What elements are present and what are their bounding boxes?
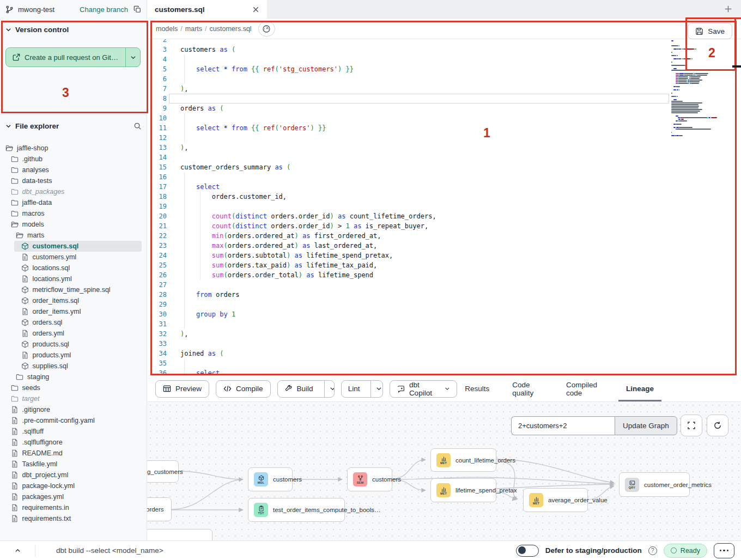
lineage-node-lifetime_spend_pretax[interactable]: METlifetime_spend_pretax <box>430 478 496 502</box>
copy-icon[interactable] <box>133 5 141 13</box>
file-explorer-header[interactable]: File explorer <box>5 122 142 130</box>
code-editor[interactable]: 23customers as (45 select * from {{ ref(… <box>147 39 741 376</box>
ready-status-badge[interactable]: Ready <box>664 544 707 558</box>
code-line-31[interactable]: 31 <box>147 319 741 329</box>
file-item-seeds[interactable]: seeds <box>0 382 147 393</box>
code-line-5[interactable]: 5 select * from {{ ref('stg_customers') … <box>147 64 741 74</box>
code-line-9[interactable]: 9orders as ( <box>147 104 741 113</box>
file-item-data-tests[interactable]: data-tests <box>0 175 147 186</box>
code-line-36[interactable]: 36 select <box>147 368 741 376</box>
version-control-header[interactable]: Version control <box>5 26 69 34</box>
build-dropdown[interactable] <box>324 381 335 397</box>
file-item-staging[interactable]: staging <box>0 372 147 382</box>
close-icon[interactable] <box>252 6 259 13</box>
code-line-26[interactable]: 26 sum(orders.order_total) as lifetime_s… <box>147 270 741 280</box>
new-tab-plus-icon[interactable] <box>724 4 733 14</box>
breadcrumb[interactable]: models / marts / customers.sql <box>156 25 252 33</box>
file-item-metricflow_time_spine.sql[interactable]: metricflow_time_spine.sql <box>0 284 147 295</box>
code-line-8[interactable]: 8 <box>147 94 741 104</box>
file-item-dbt_project.yml[interactable]: dbt_project.yml <box>0 470 147 480</box>
code-line-13[interactable]: 13), <box>147 143 741 153</box>
lineage-node-partial[interactable] <box>147 529 212 540</box>
code-line-15[interactable]: 15customer_orders_summary as ( <box>147 162 741 172</box>
tab-compiled-code[interactable]: Compiled code <box>565 376 604 401</box>
code-line-18[interactable]: 18 orders.customer_id, <box>147 192 741 202</box>
caret-up-icon[interactable] <box>0 547 35 554</box>
file-item-.gitignore[interactable]: .gitignore <box>0 404 147 415</box>
file-item-products.sql[interactable]: products.sql <box>0 339 147 350</box>
code-line-32[interactable]: 32), <box>147 329 741 339</box>
file-item-.github[interactable]: .github <box>0 154 147 165</box>
file-item-analyses[interactable]: analyses <box>0 165 147 175</box>
file-item-requirements.txt[interactable]: requirements.txt <box>0 513 147 524</box>
code-line-25[interactable]: 25 sum(orders.tax_paid) as lifetime_tax_… <box>147 260 741 270</box>
code-line-11[interactable]: 11 select * from {{ ref('orders') }} <box>147 123 741 133</box>
code-line-19[interactable]: 19 <box>147 202 741 211</box>
file-item-.sqlfluff[interactable]: .sqlfluff <box>0 426 147 437</box>
file-item-locations.sql[interactable]: locations.sql <box>0 263 147 273</box>
code-line-28[interactable]: 28 from orders <box>147 290 741 300</box>
lineage-node-customers[interactable]: MDLcustomers <box>248 467 293 491</box>
lineage-panel[interactable]: MDLstg_customersMDLordersMDLcustomersTST… <box>147 402 741 540</box>
code-line-33[interactable]: 33 <box>147 339 741 349</box>
command-input[interactable]: dbt build --select <model_name> <box>56 546 516 555</box>
file-item-supplies.sql[interactable]: supplies.sql <box>0 361 147 372</box>
lineage-node-orders[interactable]: MDLorders <box>147 497 172 521</box>
create-pull-request-button[interactable]: Create a pull request on Git… <box>5 47 141 67</box>
code-line-29[interactable]: 29 <box>147 300 741 309</box>
file-item-jaffle-data[interactable]: jaffle-data <box>0 197 147 208</box>
file-item-marts[interactable]: marts <box>0 230 147 241</box>
file-item-macros[interactable]: macros <box>0 208 147 219</box>
tab-code-quality[interactable]: Code quality <box>511 376 544 401</box>
build-button[interactable]: Build <box>277 380 335 398</box>
file-item-dbt_packages[interactable]: dbt_packages <box>0 186 147 197</box>
code-line-17[interactable]: 17 select <box>147 182 741 192</box>
breadcrumb-file[interactable]: customers.sql <box>210 25 252 33</box>
code-line-4[interactable]: 4 <box>147 54 741 64</box>
code-line-6[interactable]: 6 <box>147 74 741 84</box>
code-line-20[interactable]: 20 count(distinct orders.order_id) as co… <box>147 211 741 221</box>
code-line-3[interactable]: 3customers as ( <box>147 45 741 54</box>
change-branch-link[interactable]: Change branch <box>80 5 128 14</box>
code-line-10[interactable]: 10 <box>147 113 741 123</box>
code-line-35[interactable]: 35 <box>147 358 741 368</box>
lineage-node-customer_order_metrics[interactable]: QRYcustomer_order_metrics <box>619 472 690 497</box>
code-line-34[interactable]: 34joined as ( <box>147 349 741 358</box>
file-item-order_items.sql[interactable]: order_items.sql <box>0 295 147 306</box>
pr-button-dropdown[interactable] <box>125 48 140 66</box>
code-line-12[interactable]: 12 <box>147 133 741 143</box>
file-item-jaffle-shop[interactable]: jaffle-shop <box>0 143 147 154</box>
help-icon[interactable]: ? <box>648 546 657 555</box>
update-graph-button[interactable]: Update Graph <box>615 416 677 435</box>
file-item-target[interactable]: target <box>0 393 147 404</box>
lint-button[interactable]: Lint <box>341 380 383 398</box>
code-line-22[interactable]: 22 min(orders.ordered_at) as first_order… <box>147 231 741 241</box>
defer-toggle[interactable] <box>516 545 539 557</box>
file-item-customers.sql[interactable]: customers.sql <box>0 241 147 252</box>
code-line-30[interactable]: 30 group by 1 <box>147 309 741 319</box>
code-line-14[interactable]: 14 <box>147 153 741 162</box>
file-item-packages.yml[interactable]: packages.yml <box>0 491 147 502</box>
lineage-node-average_order_value[interactable]: METaverage_order_value <box>523 488 588 512</box>
file-item-order_items.yml[interactable]: order_items.yml <box>0 306 147 317</box>
build-main[interactable]: Build <box>278 381 320 397</box>
lineage-selector-input[interactable] <box>511 416 615 435</box>
code-line-21[interactable]: 21 count(distinct orders.order_id) > 1 a… <box>147 221 741 231</box>
lineage-node-test_order_items_compute_to_bools…[interactable]: TSTtest_order_items_compute_to_bools… <box>248 498 345 522</box>
tab-customers-sql[interactable]: customers.sql <box>147 0 267 19</box>
file-item-package-lock.yml[interactable]: package-lock.yml <box>0 480 147 491</box>
breadcrumb-marts[interactable]: marts <box>185 25 202 33</box>
file-item-products.yml[interactable]: products.yml <box>0 350 147 361</box>
minimap[interactable] <box>671 40 717 137</box>
refresh-button[interactable] <box>707 415 728 436</box>
code-line-2[interactable]: 2 <box>147 39 741 45</box>
code-line-16[interactable]: 16 <box>147 172 741 182</box>
compile-button[interactable]: Compile <box>216 380 271 398</box>
fullscreen-button[interactable] <box>681 415 702 436</box>
lineage-node-count_lifetime_orders[interactable]: METcount_lifetime_orders <box>430 448 496 472</box>
file-item-orders.sql[interactable]: orders.sql <box>0 317 147 328</box>
code-line-27[interactable]: 27 <box>147 280 741 290</box>
lineage-node-stg_customers[interactable]: MDLstg_customers <box>147 460 179 483</box>
tab-lineage[interactable]: Lineage <box>625 376 655 401</box>
lint-main[interactable]: Lint <box>342 381 367 397</box>
